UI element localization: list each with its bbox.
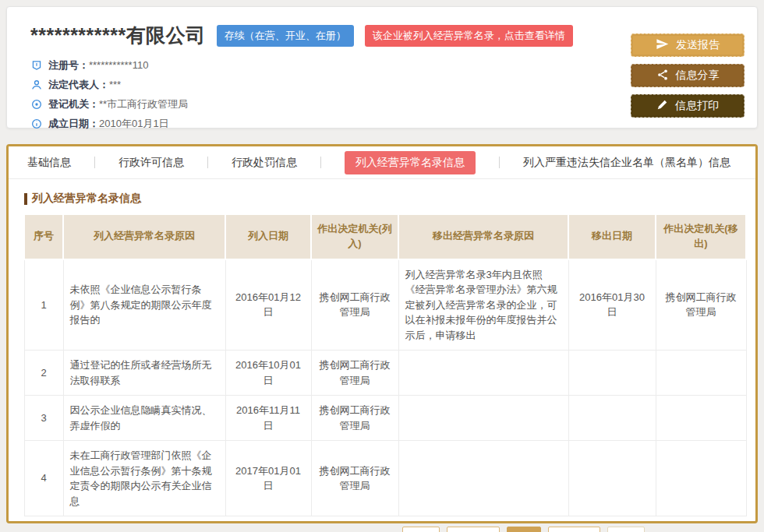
- column-header: 列入日期: [225, 214, 311, 259]
- share-info-button[interactable]: 信息分享: [631, 64, 745, 87]
- page-current-button[interactable]: 1: [507, 527, 541, 532]
- table-cell: 2016年11月11日: [225, 396, 311, 441]
- send-report-button[interactable]: 发送报告: [631, 33, 745, 57]
- table-cell: [568, 351, 656, 396]
- abnormal-list-table: 序号列入经营异常名录原因列入日期作出决定机关(列入)移出经营异常名录原因移出日期…: [23, 213, 747, 516]
- table-cell: 未在工商行政管理部门依照《企业信息公示暂行条例》第十条规定责令的期限内公示有关企…: [63, 441, 225, 516]
- share-icon: [656, 69, 669, 83]
- page-first-button[interactable]: 首页: [402, 527, 440, 532]
- table-cell: 1: [24, 259, 63, 351]
- table-cell: 4: [24, 441, 63, 516]
- table-cell: 2016年01月30日: [568, 259, 656, 351]
- table-cell: 携创网工商行政管理局: [311, 396, 398, 441]
- info-label: 注册号：: [48, 58, 89, 72]
- column-header: 列入经营异常名录原因: [63, 214, 225, 259]
- table-cell: 3: [24, 396, 63, 441]
- section-title-text: 列入经营异常名录信息: [32, 192, 141, 206]
- info-value: ***: [109, 79, 121, 90]
- info-label: 法定代表人：: [48, 78, 109, 92]
- column-header: 序号: [24, 214, 63, 259]
- send-icon: [656, 37, 669, 53]
- table-cell: 2017年01月01日: [225, 441, 311, 516]
- company-name: ************有限公司: [30, 23, 206, 48]
- pagination: 共 查询到 4 条记录 共 1 页 首页◂上一页1下一页▸末页: [9, 523, 755, 532]
- tab-divider: [499, 157, 500, 168]
- table-cell: 携创网工商行政管理局: [311, 441, 398, 516]
- info-label: 登记机关：: [48, 97, 99, 111]
- info-value: **市工商行政管理局: [99, 97, 188, 111]
- table-cell: [656, 351, 746, 396]
- table-cell: [568, 396, 656, 441]
- tab-bar: 基础信息行政许可信息行政处罚信息列入经营异常名录信息列入严重违法失信企业名单（黑…: [9, 146, 755, 179]
- table-cell: [398, 396, 568, 441]
- registration-icon: [30, 59, 43, 72]
- table-cell: 携创网工商行政管理局: [311, 351, 398, 396]
- table-cell: [656, 396, 746, 441]
- table-body: 1未依照《企业信息公示暂行条例》第八条规定的期限公示年度报告的2016年01月1…: [24, 259, 746, 516]
- status-badge: 存续（在营、开业、在册）: [217, 25, 354, 47]
- section-title: 列入经营异常名录信息: [24, 192, 755, 206]
- tab-admin-penalty[interactable]: 行政处罚信息: [232, 156, 297, 170]
- action-buttons: 发送报告信息分享信息打印: [631, 33, 745, 125]
- person-icon: [30, 79, 43, 91]
- print-info-button[interactable]: 信息打印: [631, 94, 745, 118]
- table-cell: 2016年10月01日: [225, 351, 311, 396]
- table-cell: [656, 441, 746, 516]
- table-cell: [398, 351, 568, 396]
- column-header: 移出经营异常名录原因: [398, 214, 568, 259]
- tab-divider: [207, 157, 208, 168]
- abnormal-alert-badge[interactable]: 该企业被列入经营异常名录，点击查看详情: [365, 25, 573, 47]
- page-prev-button[interactable]: ◂上一页: [447, 527, 500, 532]
- info-icon: [30, 118, 43, 130]
- action-button-label: 信息分享: [676, 69, 720, 83]
- tab-basic-info[interactable]: 基础信息: [27, 156, 71, 170]
- tab-abnormal-list[interactable]: 列入经营异常名录信息: [345, 151, 476, 174]
- action-button-label: 信息打印: [675, 99, 719, 113]
- table-row: 3因公示企业信息隐瞒真实情况、弄虚作假的2016年11月11日携创网工商行政管理…: [24, 396, 746, 441]
- table-cell: 携创网工商行政管理局: [311, 259, 398, 351]
- table-cell: 通过登记的住所或者经营场所无法取得联系: [63, 351, 225, 396]
- table-cell: 列入经营异常名录3年内且依照《经营异常名录管理办法》第六规定被列入经营异常名录的…: [398, 259, 568, 351]
- tab-blacklist[interactable]: 列入严重违法失信企业名单（黑名单）信息: [523, 156, 730, 170]
- tab-divider: [94, 157, 95, 168]
- table-cell: 因公示企业信息隐瞒真实情况、弄虚作假的: [63, 396, 225, 441]
- tab-admin-license[interactable]: 行政许可信息: [118, 156, 184, 170]
- print-icon: [656, 99, 668, 113]
- info-value: 2010年01月1日: [99, 117, 169, 131]
- table-cell: [398, 441, 568, 516]
- page-last-button[interactable]: 末页: [607, 527, 645, 532]
- info-label: 成立日期：: [48, 117, 99, 131]
- company-header-card: ************有限公司 存续（在营、开业、在册） 该企业被列入经营异常…: [6, 6, 758, 129]
- table-cell: [568, 441, 656, 516]
- page-next-button[interactable]: 下一页▸: [548, 527, 601, 532]
- table-cell: 2016年01月12日: [225, 259, 311, 351]
- table-row: 4未在工商行政管理部门依照《企业信息公示暂行条例》第十条规定责令的期限内公示有关…: [24, 441, 746, 516]
- table-cell: 未依照《企业信息公示暂行条例》第八条规定的期限公示年度报告的: [63, 259, 225, 351]
- action-button-label: 发送报告: [676, 38, 720, 52]
- table-cell: 携创网工商行政管理局: [656, 259, 746, 351]
- table-row: 1未依照《企业信息公示暂行条例》第八条规定的期限公示年度报告的2016年01月1…: [24, 259, 746, 351]
- detail-panel: 基础信息行政许可信息行政处罚信息列入经营异常名录信息列入严重违法失信企业名单（黑…: [6, 144, 758, 523]
- location-icon: [30, 98, 43, 111]
- column-header: 作出决定机关(移出): [656, 214, 746, 259]
- column-header: 移出日期: [568, 214, 656, 259]
- table-header-row: 序号列入经营异常名录原因列入日期作出决定机关(列入)移出经营异常名录原因移出日期…: [24, 214, 746, 259]
- tab-divider: [320, 157, 321, 168]
- info-value: ***********110: [89, 59, 148, 71]
- section-title-bar-icon: [24, 193, 27, 205]
- column-header: 作出决定机关(列入): [311, 214, 398, 259]
- pagination-buttons: 首页◂上一页1下一页▸末页: [402, 527, 645, 532]
- table-cell: 2: [24, 351, 63, 396]
- table-row: 2通过登记的住所或者经营场所无法取得联系2016年10月01日携创网工商行政管理…: [24, 351, 746, 396]
